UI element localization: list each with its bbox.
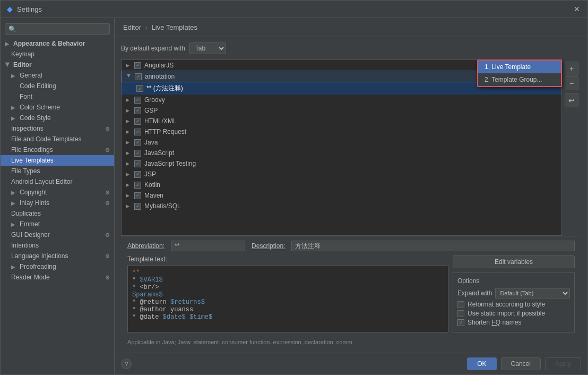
item-checkbox[interactable]: ✓ <box>136 85 143 92</box>
group-header[interactable]: ▶ ✓ Kotlin <box>122 180 561 190</box>
sidebar-item-keymap[interactable]: Keymap <box>1 49 114 59</box>
sidebar-item-reader-mode[interactable]: Reader Mode ⚙ <box>1 272 114 283</box>
code-line: ** <box>132 269 444 276</box>
add-dropdown-menu: 1. Live Template 2. Template Group... <box>477 59 562 87</box>
group-checkbox[interactable]: ✓ <box>134 118 141 125</box>
remove-button[interactable]: − <box>565 76 578 90</box>
expand-dropdown[interactable]: Tab Space Enter <box>189 42 226 54</box>
template-group-groovy[interactable]: ▶ ✓ Groovy <box>122 95 561 105</box>
template-group-javascript[interactable]: ▶ ✓ JavaScript <box>122 148 561 158</box>
group-header[interactable]: ▶ ✓ HTTP Request <box>122 126 561 137</box>
reset-button[interactable]: ↩ <box>565 93 578 107</box>
sidebar-label: Live Templates <box>11 157 54 164</box>
template-group-mybatis-sql[interactable]: ▶ ✓ Mybatis/SQL <box>122 201 561 211</box>
group-checkbox[interactable]: ✓ <box>134 192 141 199</box>
templates-area: ▶ ✓ AngularJS ▶ ✓ annotation <box>121 59 581 236</box>
group-header[interactable]: ▶ ✓ HTML/XML <box>122 116 561 126</box>
template-group-javascript-testing[interactable]: ▶ ✓ JavaScript Testing <box>122 158 561 169</box>
group-checkbox[interactable]: ✓ <box>134 182 141 189</box>
group-header[interactable]: ▶ ✓ JSP <box>122 169 561 180</box>
breadcrumb-sep: › <box>145 23 150 31</box>
group-checkbox[interactable]: ✓ <box>134 129 141 135</box>
abbreviation-input[interactable] <box>171 241 245 251</box>
group-checkbox[interactable]: ✓ <box>134 139 141 146</box>
applicable-text: Applicable in Java; Java: statement, con… <box>121 337 581 347</box>
sidebar-item-file-encodings[interactable]: File Encodings ⚙ <box>1 144 114 155</box>
sidebar-item-language-injections[interactable]: Language Injections ⚙ <box>1 251 114 261</box>
template-group-gsp[interactable]: ▶ ✓ GSP <box>122 105 561 116</box>
arrow-icon: ▶ <box>11 221 16 227</box>
group-checkbox[interactable]: ✓ <box>134 107 141 114</box>
sidebar-label: Inlay Hints <box>20 199 49 207</box>
sidebar-item-android-layout[interactable]: Android Layout Editor <box>1 176 114 187</box>
ok-button[interactable]: OK <box>467 357 496 370</box>
search-input[interactable] <box>5 23 110 35</box>
group-checkbox[interactable]: ✓ <box>134 171 141 178</box>
sidebar-label: Language Injections <box>11 252 68 260</box>
sidebar-item-code-editing[interactable]: Code Editing <box>1 81 114 91</box>
sidebar-item-inlay-hints[interactable]: ▶ Inlay Hints ⚙ <box>1 198 114 208</box>
group-header[interactable]: ▶ ✓ Maven <box>122 190 561 201</box>
arrow-icon: ▶ <box>11 190 16 195</box>
sidebar-item-emmet[interactable]: ▶ Emmet <box>1 219 114 229</box>
group-checkbox[interactable]: ✓ <box>135 73 142 80</box>
badge-icon: ⚙ <box>105 126 110 132</box>
template-text-label: Template text: <box>127 255 448 263</box>
group-checkbox[interactable]: ✓ <box>134 203 141 210</box>
sidebar-item-color-scheme[interactable]: ▶ Color Scheme <box>1 102 114 113</box>
group-arrow-icon: ▶ <box>126 161 131 166</box>
edit-variables-button[interactable]: Edit variables <box>453 255 575 268</box>
group-header[interactable]: ▶ ✓ Mybatis/SQL <box>122 201 561 211</box>
group-checkbox[interactable]: ✓ <box>134 150 141 157</box>
sidebar-item-code-style[interactable]: ▶ Code Style <box>1 113 114 123</box>
help-button[interactable]: ? <box>121 359 132 369</box>
template-group-http-request[interactable]: ▶ ✓ HTTP Request <box>122 126 561 137</box>
arrow-icon: ▶ <box>11 73 16 79</box>
description-input[interactable] <box>291 241 575 251</box>
template-group-maven[interactable]: ▶ ✓ Maven <box>122 190 561 201</box>
template-group-html-xml[interactable]: ▶ ✓ HTML/XML <box>122 116 561 126</box>
sidebar-item-general[interactable]: ▶ General <box>1 70 114 81</box>
sidebar-item-editor[interactable]: ▶ Editor <box>1 59 114 70</box>
expand-with-dropdown[interactable]: Default (Tab) Tab Space Enter <box>495 288 570 299</box>
sidebar-item-inspections[interactable]: Inspections ⚙ <box>1 123 114 134</box>
sidebar-item-intentions[interactable]: Intentions <box>1 240 114 251</box>
group-header[interactable]: ▶ ✓ Java <box>122 137 561 148</box>
sidebar-item-duplicates[interactable]: Duplicates <box>1 208 114 219</box>
shorten-eq-checkbox[interactable]: ✓ <box>457 319 464 326</box>
sidebar-item-live-templates[interactable]: Live Templates <box>1 155 114 166</box>
group-checkbox[interactable]: ✓ <box>134 62 141 69</box>
close-button[interactable]: ✕ <box>573 5 581 13</box>
template-group-jsp[interactable]: ▶ ✓ JSP <box>122 169 561 180</box>
menu-item-template-group[interactable]: 2. Template Group... <box>478 73 561 86</box>
sidebar-item-font[interactable]: Font <box>1 91 114 102</box>
add-button[interactable]: + <box>565 62 578 75</box>
group-header[interactable]: ▶ ✓ GSP <box>122 105 561 116</box>
group-arrow-icon: ▶ <box>126 193 131 198</box>
sidebar-item-file-code-templates[interactable]: File and Code Templates <box>1 134 114 144</box>
reformat-checkbox[interactable] <box>457 301 464 308</box>
sidebar-item-file-types[interactable]: File Types <box>1 166 114 176</box>
group-checkbox[interactable]: ✓ <box>134 160 141 167</box>
template-code-editor[interactable]: ** * $VAR1$ * <br/> $params$ * @return $… <box>127 265 448 333</box>
menu-item-live-template[interactable]: 1. Live Template <box>478 61 561 73</box>
arrow-icon: ▶ <box>5 41 10 47</box>
template-group-java[interactable]: ▶ ✓ Java <box>122 137 561 148</box>
cancel-button[interactable]: Cancel <box>501 357 541 370</box>
sidebar-item-copyright[interactable]: ▶ Copyright ⚙ <box>1 187 114 198</box>
sidebar-label: Code Style <box>20 114 51 122</box>
static-import-checkbox[interactable] <box>457 310 464 317</box>
group-checkbox[interactable]: ✓ <box>134 97 141 104</box>
sidebar-label: Copyright <box>20 189 47 196</box>
sidebar-item-gui-designer[interactable]: GUI Designer ⚙ <box>1 229 114 240</box>
group-header[interactable]: ▶ ✓ Groovy <box>122 95 561 105</box>
template-group-kotlin[interactable]: ▶ ✓ Kotlin <box>122 180 561 190</box>
group-header[interactable]: ▶ ✓ JavaScript <box>122 148 561 158</box>
group-header[interactable]: ▶ ✓ JavaScript Testing <box>122 158 561 169</box>
sidebar-item-proofreading[interactable]: ▶ Proofreading <box>1 261 114 272</box>
expand-row: By default expand with Tab Space Enter <box>121 42 581 54</box>
apply-button[interactable]: Apply <box>545 357 581 370</box>
app-icon: ◆ <box>7 5 13 13</box>
sidebar-item-appearance[interactable]: ▶ Appearance & Behavior <box>1 38 114 49</box>
template-right-panel: Edit variables Options Expand with Defau… <box>453 255 575 333</box>
